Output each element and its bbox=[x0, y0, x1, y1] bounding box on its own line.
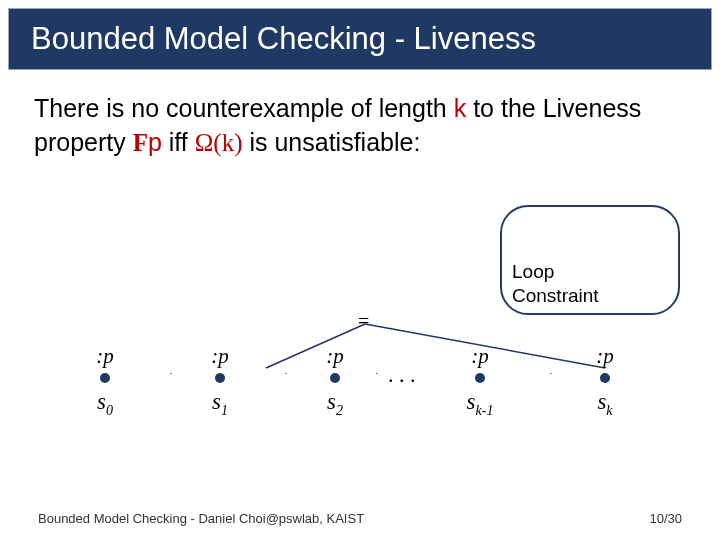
slide: Bounded Model Checking - Liveness There … bbox=[0, 0, 720, 540]
neg-p-2: :p bbox=[290, 344, 380, 369]
neg-p-4: :p bbox=[560, 344, 650, 369]
state-label-1: s1 bbox=[175, 389, 265, 419]
neg-p-1: :p bbox=[175, 344, 265, 369]
state-sk-1: :p sk-1 bbox=[435, 344, 525, 419]
body-p: p bbox=[148, 128, 162, 156]
loop-constraint-label: Loop Constraint bbox=[512, 260, 662, 308]
arrow-2-dots bbox=[340, 372, 386, 374]
footer-page-number: 10/30 bbox=[649, 511, 682, 526]
svg-marker-9 bbox=[550, 373, 560, 374]
state-diagram: = :p s0 :p s1 :p s2 . . . :p sk-1 bbox=[60, 310, 660, 440]
state-s2: :p s2 bbox=[290, 344, 380, 419]
state-sub-2: 2 bbox=[336, 403, 343, 418]
body-post: is unsatisfiable: bbox=[242, 128, 420, 156]
dot-icon bbox=[215, 373, 225, 383]
loop-label-line1: Loop bbox=[512, 261, 554, 282]
state-var-3: s bbox=[467, 389, 476, 414]
state-label-2: s2 bbox=[290, 389, 380, 419]
arrow-k1-k bbox=[490, 372, 560, 374]
state-sub-4: k bbox=[606, 403, 612, 418]
state-label-3: sk-1 bbox=[435, 389, 525, 419]
state-sub-0: 0 bbox=[106, 403, 113, 418]
slide-title: Bounded Model Checking - Liveness bbox=[31, 21, 536, 57]
arrow-0-1 bbox=[110, 372, 180, 374]
body-F: F bbox=[133, 129, 148, 156]
body-iff: iff bbox=[162, 128, 195, 156]
svg-marker-7 bbox=[376, 373, 386, 374]
state-var-2: s bbox=[327, 389, 336, 414]
footer: Bounded Model Checking - Daniel Choi@psw… bbox=[0, 511, 720, 526]
state-s1: :p s1 bbox=[175, 344, 265, 419]
svg-marker-3 bbox=[170, 373, 180, 374]
state-var-1: s bbox=[212, 389, 221, 414]
arrow-1-2 bbox=[225, 372, 295, 374]
state-sub-1: 1 bbox=[221, 403, 228, 418]
body-pre: There is no counterexample of length bbox=[34, 94, 454, 122]
svg-marker-5 bbox=[285, 373, 295, 374]
dot-icon bbox=[600, 373, 610, 383]
neg-p-3: :p bbox=[435, 344, 525, 369]
state-label-0: s0 bbox=[60, 389, 150, 419]
body-omega: Ω(k) bbox=[195, 129, 243, 156]
dot-icon bbox=[475, 373, 485, 383]
state-var-0: s bbox=[97, 389, 106, 414]
dot-icon bbox=[330, 373, 340, 383]
title-bar: Bounded Model Checking - Liveness bbox=[8, 8, 712, 70]
body-text: There is no counterexample of length k t… bbox=[34, 92, 686, 160]
state-label-4: sk bbox=[560, 389, 650, 419]
ellipsis: . . . bbox=[388, 362, 416, 388]
neg-p-0: :p bbox=[60, 344, 150, 369]
body-k: k bbox=[454, 94, 467, 122]
state-sub-3: k-1 bbox=[476, 403, 494, 418]
footer-left: Bounded Model Checking - Daniel Choi@psw… bbox=[38, 511, 364, 526]
state-s0: :p s0 bbox=[60, 344, 150, 419]
state-sk: :p sk bbox=[560, 344, 650, 419]
dot-icon bbox=[100, 373, 110, 383]
loop-label-line2: Constraint bbox=[512, 285, 599, 306]
